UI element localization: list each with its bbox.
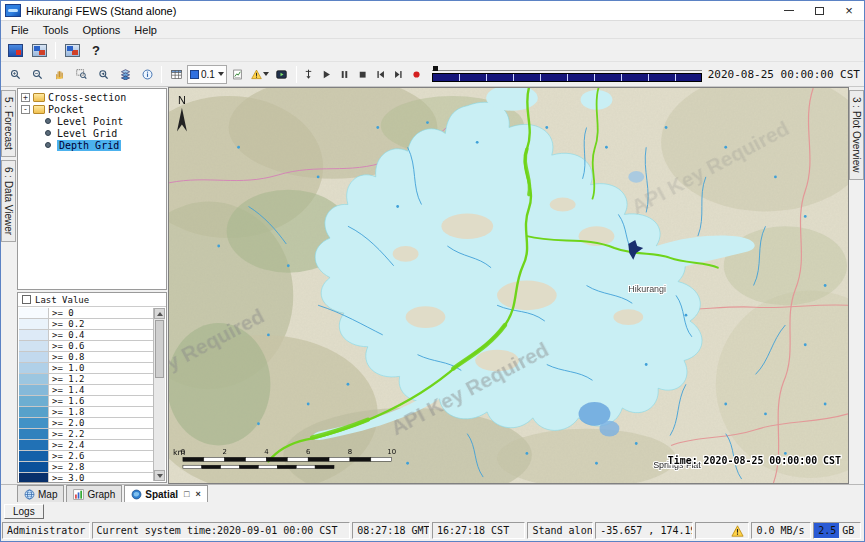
last-value-checkbox[interactable] [22,295,31,304]
tree-item-label[interactable]: Pocket [48,104,84,115]
tab-spatial-label: Spatial [145,489,178,500]
tab-map[interactable]: Map [17,485,64,502]
legend-scrollbar[interactable] [153,308,165,481]
status-user: Administrator [2,522,90,539]
tree-item-depth-grid-selected[interactable]: Depth Grid [18,139,166,151]
warning-levels-button[interactable] [249,64,271,84]
scale-tick: 2 [222,448,226,456]
app-window: Hikurangi FEWS (Stand alone) × File Tool… [0,0,865,542]
bottom-tab-bar: Map Graph Spatial □ × [1,484,864,502]
tree-item-label[interactable]: Depth Grid [57,140,121,151]
pause-button[interactable] [336,64,354,84]
help-icon: ? [92,43,100,58]
legend-swatch [19,407,49,417]
anchor-current-time-button[interactable] [300,64,318,84]
animation-display-button[interactable] [271,64,293,84]
threshold-select[interactable]: 0.1 [187,65,227,84]
legend-swatch [19,396,49,406]
zoom-previous-button[interactable] [92,64,114,84]
menu-tools[interactable]: Tools [36,22,76,38]
pan-button[interactable] [48,64,70,84]
legend-swatch [19,462,49,472]
zoom-out-button[interactable] [26,64,48,84]
folder-icon [33,105,45,114]
collapse-icon[interactable]: - [21,105,30,114]
expand-icon[interactable]: + [21,93,30,102]
stop-icon [357,69,368,80]
zoom-region-button[interactable] [70,64,92,84]
app-icon [5,4,21,17]
maximize-button[interactable] [804,1,834,20]
profile-document-icon [232,69,243,80]
grid-icon [171,69,182,80]
tree-item-label[interactable]: Cross-section [48,92,126,103]
help-button[interactable]: ? [85,40,107,60]
legend-row: >= 1.4 [19,385,153,396]
legend-row: >= 1.2 [19,374,153,385]
close-button[interactable]: × [834,1,864,20]
tree-item-cross-section[interactable]: + Cross-section [18,91,166,103]
tab-spatial[interactable]: Spatial □ × [124,485,208,502]
zoom-in-button[interactable] [4,64,26,84]
threshold-value: 0.1 [201,69,215,80]
legend-swatch [19,451,49,461]
tab-plot-overview[interactable]: 3 : Plot Overview [849,90,864,180]
map-viewport[interactable]: API Key Required API Key Required API Ke… [168,87,849,484]
profile-button[interactable] [227,64,249,84]
legend-label: >= 1.8 [49,407,85,417]
layers-icon [120,69,131,80]
minimize-button[interactable] [774,1,804,20]
legend-row: >= 3.0 [19,473,153,483]
stop-button[interactable] [354,64,372,84]
north-label: N [178,94,186,106]
logs-button[interactable]: Logs [4,504,44,519]
left-tab-strip: 5 : Forecast 6 : Data Viewer [1,87,16,484]
legend-label: >= 1.6 [49,396,85,406]
scale-tick: 6 [306,448,310,456]
legend-row: >= 0.4 [19,330,153,341]
record-movie-button[interactable] [408,64,426,84]
step-back-button[interactable] [372,64,390,84]
session-button[interactable] [61,40,83,60]
play-button[interactable] [318,64,336,84]
menu-options[interactable]: Options [75,22,127,38]
database-button[interactable] [28,40,50,60]
timeline-tick-bar[interactable] [432,73,702,82]
session-icon [65,44,80,57]
tree-item-level-point[interactable]: Level Point [18,115,166,127]
info-button[interactable] [136,64,158,84]
tree-item-label[interactable]: Level Grid [57,128,117,139]
legend-row: >= 2.2 [19,429,153,440]
menu-help[interactable]: Help [127,22,164,38]
scrollbar-thumb[interactable] [155,320,164,378]
scroll-down-button[interactable] [154,470,165,481]
scrollbar-track[interactable] [154,379,165,470]
arrow-up-icon [157,312,163,316]
display-icon [276,69,287,80]
system-status-button[interactable] [4,40,26,60]
timeline-track[interactable] [432,66,702,71]
pan-hand-icon [54,69,65,80]
zoom-in-icon [10,69,21,80]
play-icon [321,69,332,80]
timeline-marker[interactable] [433,66,438,71]
status-warning-cell[interactable] [695,522,750,539]
grid-display-button[interactable] [165,64,187,84]
legend-swatch [19,352,49,362]
panel-maximize-icon[interactable]: □ [184,489,189,499]
tab-graph[interactable]: Graph [66,485,122,502]
timeline-slider[interactable] [432,66,702,82]
layers-button[interactable] [114,64,136,84]
step-forward-button[interactable] [390,64,408,84]
current-timestep: 2020-08-25 00:00:00 CST [708,68,860,81]
tree-item-pocket[interactable]: - Pocket [18,103,166,115]
panel-close-icon[interactable]: × [195,489,200,499]
tab-forecast[interactable]: 5 : Forecast [1,90,16,157]
tab-data-viewer[interactable]: 6 : Data Viewer [1,160,16,242]
menu-file[interactable]: File [4,22,36,38]
status-memory-gauge: 2.5 GB [813,522,861,539]
tree-item-label[interactable]: Level Point [57,116,123,127]
scroll-up-button[interactable] [154,308,165,319]
map-canvas[interactable]: API Key Required API Key Required API Ke… [169,88,848,483]
tree-item-level-grid[interactable]: Level Grid [18,127,166,139]
